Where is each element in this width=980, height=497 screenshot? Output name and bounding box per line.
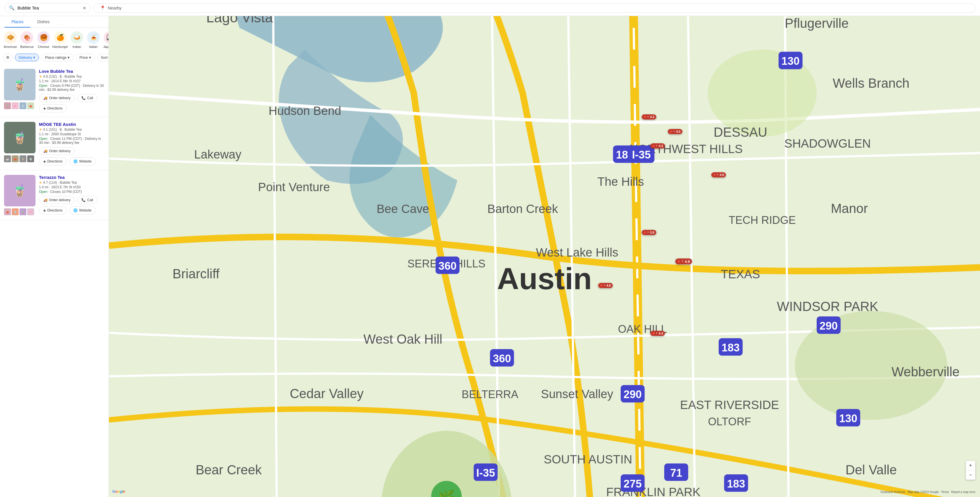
filter-sort-by[interactable]: Sort by ▾ [97, 54, 108, 61]
svg-text:SOUTH AUSTIN: SOUTH AUSTIN [544, 452, 632, 466]
map-pin-8[interactable]: 4.4 [651, 331, 665, 336]
order-delivery-love[interactable]: 🚚 Order delivery [39, 94, 75, 102]
ratings-chevron: ▾ [68, 55, 70, 60]
map-attribution: Keyboard shortcuts Map data ©2024 Google… [881, 491, 975, 494]
sort-by-label: Sort by [101, 55, 108, 60]
google-logo: Google [112, 489, 125, 494]
results-list: 🧋 🧋 🌸 🍵 🫖 Love Bubble Tea ★ [0, 64, 108, 497]
report-link[interactable]: Report a map error [951, 491, 975, 494]
map-panel[interactable]: Austin Lago Vista Jonestown Cedar Park C… [109, 16, 980, 497]
keyboard-shortcuts[interactable]: Keyboard shortcuts [881, 491, 905, 494]
svg-text:OLTORF: OLTORF [708, 416, 751, 428]
website-moge[interactable]: 🌐 Website [69, 157, 96, 166]
svg-text:Austin: Austin [497, 262, 592, 296]
svg-text:The Hills: The Hills [597, 175, 644, 188]
map-pin-1[interactable]: 4.3 [641, 115, 656, 119]
tab-places[interactable]: Places [5, 16, 30, 27]
svg-text:Barton Creek: Barton Creek [487, 202, 558, 215]
svg-text:Bear Creek: Bear Creek [196, 463, 262, 477]
directions-icon-love: ◈ [43, 106, 46, 110]
svg-text:Sunset Valley: Sunset Valley [541, 387, 614, 401]
result-moge-tee[interactable]: 🧋 ☕ 🫖 🧋 🍵 MÖGE TEE Austin ★ [0, 117, 108, 170]
result-actions-love: 🚚 Order delivery 📞 Call ◈ Directions [39, 94, 105, 112]
svg-text:🌿: 🌿 [438, 489, 455, 497]
svg-text:West Lake Hills: West Lake Hills [536, 245, 618, 259]
call-terrazzo[interactable]: 📞 Call [77, 196, 97, 204]
result-image-love: 🧋 [4, 69, 35, 100]
thumb2: 🌸 [12, 102, 19, 109]
filter-delivery[interactable]: Delivery ▾ [15, 54, 39, 61]
delivery-icon-terrazzo: 🚚 [43, 198, 48, 202]
map-pin-6[interactable]: 4.9 [675, 258, 692, 264]
filter-price[interactable]: Price ▾ [76, 54, 95, 61]
search-input-wrap[interactable]: 🔍 ✕ [5, 3, 91, 13]
directions-love[interactable]: ◈ Directions [39, 104, 67, 112]
call-love[interactable]: 📞 Call [77, 94, 97, 102]
filter-place-ratings[interactable]: Place ratings ▾ [41, 54, 73, 61]
svg-text:290: 290 [624, 389, 641, 400]
result-terrazzo[interactable]: 🧋 🫖 🍵 🧋 🌸 Terrazzo Tea ★ [0, 170, 108, 220]
moge-thumb3: 🧋 [19, 155, 26, 162]
terms-link[interactable]: Terms [941, 491, 949, 494]
search-input[interactable] [18, 5, 80, 10]
map-pin-2[interactable]: 4.5 [668, 129, 682, 134]
location-input-wrap[interactable]: 📍 Nearby [94, 3, 975, 13]
svg-text:130: 130 [839, 413, 857, 424]
result-image-moge: 🧋 [4, 122, 35, 153]
svg-text:SHADOWGLEN: SHADOWGLEN [784, 137, 871, 150]
directions-moge[interactable]: ◈ Directions [39, 157, 67, 166]
category-chinese[interactable]: 🥮 Chinese [36, 31, 51, 48]
category-indian[interactable]: 🍛 Indian [69, 31, 84, 48]
result-status-terrazzo: Open · Closes 10 PM (CDT) [39, 190, 105, 194]
delivery-icon-love: 🚚 [43, 96, 48, 100]
result-love-bubble-tea[interactable]: 🧋 🧋 🌸 🍵 🫖 Love Bubble Tea ★ [0, 64, 108, 117]
main-layout: Places Dishes 🧇 American 🍖 Barbecue 🥮 Ch… [0, 16, 980, 497]
svg-text:Briarcliff: Briarcliff [172, 266, 220, 281]
website-terrazzo[interactable]: 🌐 Website [69, 206, 96, 214]
map-pin-3[interactable]: 4.3 [651, 143, 665, 148]
svg-text:Point Venture: Point Venture [258, 180, 330, 194]
result-address-moge: 1.1 mi · 2000 Guadalupe St [39, 132, 105, 136]
terr-thumb1: 🫖 [4, 209, 11, 215]
terr-thumb4: 🌸 [27, 209, 34, 215]
svg-text:183: 183 [722, 342, 740, 354]
category-italian[interactable]: 🍝 Italian [86, 31, 101, 48]
category-hamburger[interactable]: 🍊 Hamburger [53, 31, 68, 48]
svg-point-95 [656, 333, 657, 334]
website-icon-moge: 🌐 [73, 159, 78, 163]
zoom-out-button[interactable]: − [966, 470, 975, 479]
price-label: Price [80, 55, 88, 60]
order-delivery-terrazzo[interactable]: 🚚 Order delivery [39, 196, 75, 204]
order-delivery-moge[interactable]: 🚚 Order delivery [39, 147, 75, 155]
directions-terrazzo[interactable]: ◈ Directions [39, 206, 67, 214]
categories: 🧇 American 🍖 Barbecue 🥮 Chinese 🍊 Hambur… [0, 28, 108, 52]
category-japanese[interactable]: 🍱 Japanese [103, 31, 108, 48]
svg-text:West Oak Hill: West Oak Hill [363, 332, 442, 347]
result-status-love: Open · Closes 9 PM (CDT) · Delivery in 3… [39, 84, 105, 92]
svg-text:Webberville: Webberville [891, 365, 959, 379]
svg-text:183: 183 [727, 478, 745, 490]
map-pin-4[interactable]: 4.9 [711, 172, 726, 177]
clear-button[interactable]: ✕ [83, 6, 86, 10]
website-icon-terrazzo: 🌐 [73, 209, 78, 212]
filter-tune[interactable]: ⚙ [3, 54, 13, 61]
result-actions-moge: 🚚 Order delivery ◈ Directions 🌐 Website [39, 147, 105, 166]
search-bar: 🔍 ✕ 📍 Nearby [0, 0, 980, 16]
filter-bar: ⚙ Delivery ▾ Place ratings ▾ Price ▾ Sor… [0, 52, 108, 64]
thumb1: 🧋 [4, 102, 11, 109]
category-american[interactable]: 🧇 American [3, 31, 18, 48]
zoom-in-button[interactable]: + [966, 461, 975, 470]
map-pin-5[interactable]: 3.9 [641, 230, 656, 235]
map-background: Austin Lago Vista Jonestown Cedar Park C… [109, 16, 980, 497]
result-actions-terrazzo: 🚚 Order delivery 📞 Call ◈ Directions [39, 196, 105, 214]
result-meta-love: ★ 4.9 (132) · $ · Bubble Tea [39, 75, 105, 78]
tab-dishes[interactable]: Dishes [30, 16, 56, 27]
map-pin-7[interactable]: 4.8 [598, 283, 612, 288]
result-address-love: 1.1 mi · 1614 E 6th St #107 [39, 79, 105, 83]
svg-text:I-35: I-35 [476, 467, 495, 479]
category-barbecue[interactable]: 🍖 Barbecue [19, 31, 34, 48]
svg-point-92 [648, 232, 649, 233]
price-chevron: ▾ [89, 55, 91, 60]
svg-text:Pflugerville: Pflugerville [784, 16, 848, 31]
delivery-filter-label: Delivery [19, 55, 32, 60]
